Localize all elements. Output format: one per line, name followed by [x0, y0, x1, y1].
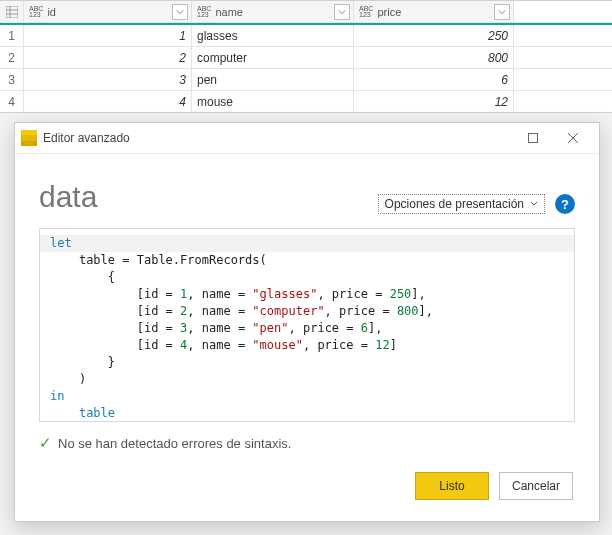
display-options-dropdown[interactable]: Opciones de presentación [378, 194, 545, 214]
col-label: id [47, 6, 56, 18]
type-any-icon: ABC123 [197, 6, 211, 18]
cell-price: 800 [354, 47, 514, 68]
table-row[interactable]: 2 2 computer 800 [0, 47, 612, 69]
table-row[interactable]: 1 1 glasses 250 [0, 25, 612, 47]
cell-id: 3 [24, 69, 192, 90]
maximize-button[interactable] [513, 123, 553, 153]
dialog-title: Editor avanzado [43, 131, 513, 145]
cancel-button[interactable]: Cancelar [499, 472, 573, 500]
chevron-down-icon [530, 200, 538, 208]
column-header-id[interactable]: ABC123 id [24, 1, 192, 22]
row-number: 2 [0, 47, 24, 68]
data-grid: ABC123 id ABC123 name ABC123 price 1 1 g… [0, 0, 612, 113]
cell-price: 6 [354, 69, 514, 90]
help-button[interactable]: ? [555, 194, 575, 214]
cell-price: 12 [354, 91, 514, 112]
type-any-icon: ABC123 [29, 6, 43, 18]
cell-id: 4 [24, 91, 192, 112]
column-header-name[interactable]: ABC123 name [192, 1, 354, 22]
cell-id: 1 [24, 25, 192, 46]
filter-dropdown-icon[interactable] [494, 4, 510, 20]
svg-rect-4 [529, 134, 538, 143]
col-label: name [215, 6, 243, 18]
cell-name: pen [192, 69, 354, 90]
col-label: price [377, 6, 401, 18]
close-button[interactable] [553, 123, 593, 153]
column-header-price[interactable]: ABC123 price [354, 1, 514, 22]
table-row[interactable]: 3 3 pen 6 [0, 69, 612, 91]
status-text: No se han detectado errores de sintaxis. [58, 436, 291, 451]
app-icon [21, 130, 37, 146]
svg-rect-0 [6, 6, 18, 18]
code-editor[interactable]: let table = Table.FromRecords( { [id = 1… [39, 228, 575, 422]
cell-name: computer [192, 47, 354, 68]
done-button[interactable]: Listo [415, 472, 489, 500]
titlebar[interactable]: Editor avanzado [15, 123, 599, 154]
cell-price: 250 [354, 25, 514, 46]
cell-name: mouse [192, 91, 354, 112]
type-any-icon: ABC123 [359, 6, 373, 18]
row-number: 3 [0, 69, 24, 90]
cell-name: glasses [192, 25, 354, 46]
syntax-status: ✓ No se han detectado errores de sintaxi… [39, 434, 575, 452]
advanced-editor-dialog: Editor avanzado data Opciones de present… [14, 122, 600, 522]
cell-id: 2 [24, 47, 192, 68]
row-number: 4 [0, 91, 24, 112]
query-name: data [39, 180, 378, 214]
check-icon: ✓ [39, 434, 52, 452]
row-number: 1 [0, 25, 24, 46]
options-label: Opciones de presentación [385, 197, 524, 211]
filter-dropdown-icon[interactable] [334, 4, 350, 20]
table-row[interactable]: 4 4 mouse 12 [0, 91, 612, 112]
filter-dropdown-icon[interactable] [172, 4, 188, 20]
table-corner-icon[interactable] [0, 1, 24, 22]
